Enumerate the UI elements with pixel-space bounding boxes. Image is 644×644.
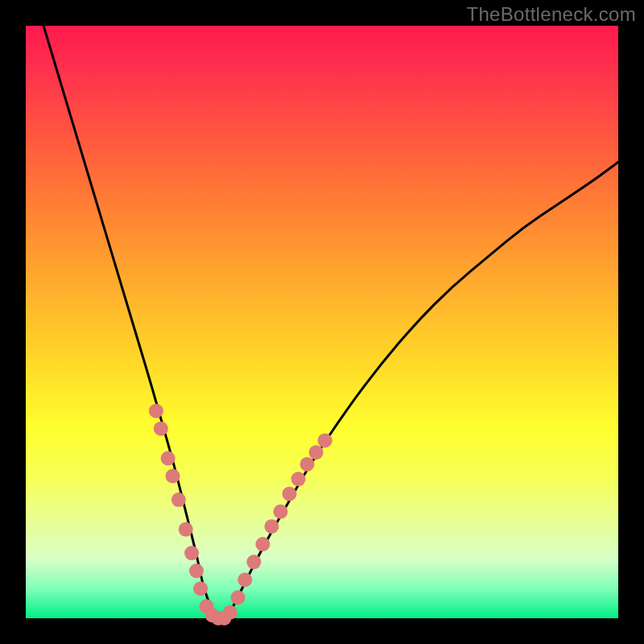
curve-marker — [154, 421, 168, 436]
curve-marker — [171, 493, 186, 507]
curve-marker — [166, 469, 180, 483]
chart-frame: TheBottleneck.com — [0, 0, 644, 644]
plot-area — [26, 26, 618, 618]
curve-marker — [318, 433, 332, 448]
bottleneck-curve-svg — [26, 26, 618, 618]
watermark-label: TheBottleneck.com — [466, 3, 636, 26]
bottleneck-curve — [43, 26, 618, 618]
curve-marker — [149, 403, 163, 418]
curve-marker — [161, 451, 175, 465]
curve-marker — [273, 505, 287, 519]
curve-marker — [283, 486, 297, 501]
curve-marker — [223, 605, 237, 620]
curve-marker — [184, 546, 199, 560]
curve-marker — [230, 590, 245, 605]
curve-marker — [193, 581, 208, 596]
curve-marker — [189, 564, 204, 578]
curve-marker — [179, 522, 193, 537]
curve-marker — [264, 519, 279, 534]
curve-marker — [309, 445, 324, 460]
curve-marker — [255, 537, 270, 551]
curve-marker — [300, 457, 315, 472]
curve-marker — [291, 472, 306, 486]
curve-marker — [246, 555, 261, 569]
curve-marker — [237, 572, 252, 587]
curve-markers — [149, 403, 332, 625]
